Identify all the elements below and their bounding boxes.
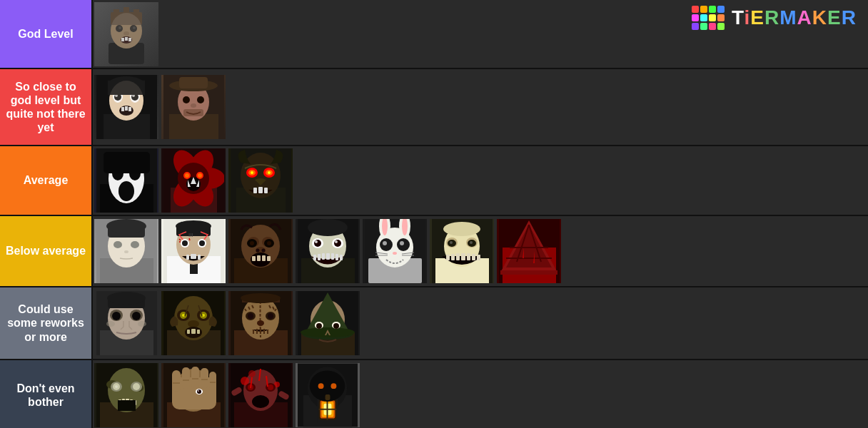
svg-point-79	[268, 171, 271, 174]
list-item[interactable]	[94, 2, 158, 66]
svg-point-211	[202, 314, 205, 317]
svg-point-172	[450, 241, 453, 244]
character-portrait	[298, 291, 358, 355]
character-portrait	[98, 4, 155, 64]
tier-row-bother: Don't even bother	[0, 360, 868, 428]
list-item[interactable]	[161, 363, 226, 427]
svg-point-118	[250, 241, 254, 245]
list-item[interactable]	[296, 363, 360, 427]
character-portrait	[298, 363, 358, 427]
list-item[interactable]	[228, 363, 293, 427]
tier-label-text: Below average	[6, 244, 86, 258]
svg-point-64	[185, 173, 189, 178]
character-portrait	[96, 363, 157, 427]
svg-point-167	[443, 222, 480, 236]
list-item[interactable]	[94, 291, 158, 355]
svg-point-102	[199, 240, 205, 246]
list-item[interactable]	[228, 219, 293, 283]
svg-rect-139	[313, 255, 316, 260]
svg-rect-81	[258, 187, 263, 193]
svg-rect-127	[267, 256, 271, 261]
svg-point-156	[383, 241, 387, 245]
svg-rect-271	[118, 400, 136, 411]
svg-point-199	[132, 312, 141, 320]
tier-label-average: Average	[0, 146, 91, 215]
svg-rect-125	[257, 255, 261, 261]
svg-point-16	[111, 13, 142, 49]
svg-point-229	[248, 313, 253, 319]
svg-rect-216	[197, 330, 200, 334]
list-item[interactable]	[94, 75, 158, 139]
svg-point-91	[124, 250, 128, 253]
tier-row-average: Average	[0, 146, 868, 216]
list-item[interactable]	[363, 219, 427, 283]
tier-items-rework	[91, 287, 868, 359]
svg-rect-52	[104, 152, 150, 173]
list-item[interactable]	[296, 219, 360, 283]
svg-rect-145	[340, 255, 343, 260]
svg-point-173	[470, 241, 473, 244]
list-item[interactable]: III	[161, 219, 226, 283]
svg-rect-144	[335, 254, 338, 260]
svg-point-259	[133, 383, 140, 390]
list-item[interactable]	[228, 148, 293, 213]
svg-rect-80	[253, 188, 257, 193]
svg-rect-43	[183, 109, 203, 116]
tier-label-close: So close to god level but quite not ther…	[0, 69, 91, 145]
logo-text: TiERMAKER	[732, 6, 857, 29]
list-item[interactable]	[296, 291, 360, 355]
svg-point-249	[333, 323, 339, 329]
logo-cell	[717, 23, 725, 30]
svg-point-101	[182, 240, 188, 246]
logo-cell	[700, 23, 707, 30]
character-portrait	[231, 363, 291, 427]
character-portrait	[499, 219, 560, 283]
logo-cell	[717, 6, 725, 13]
svg-point-316	[318, 383, 324, 389]
svg-rect-178	[467, 253, 470, 260]
svg-point-297	[248, 370, 256, 377]
svg-point-301	[268, 384, 273, 390]
svg-point-157	[400, 241, 404, 245]
list-item[interactable]	[228, 291, 293, 355]
tiermaker-logo: TiERMAKER	[692, 6, 857, 30]
svg-point-132	[308, 219, 348, 236]
list-item[interactable]	[161, 75, 226, 139]
logo-cell	[700, 14, 707, 21]
svg-point-238	[241, 293, 281, 303]
svg-rect-141	[322, 253, 325, 260]
list-item[interactable]	[94, 219, 158, 283]
svg-rect-214	[187, 330, 190, 334]
svg-rect-107	[186, 255, 189, 260]
tier-label-rework: Could use some reworks or more	[0, 287, 91, 359]
svg-rect-175	[451, 254, 455, 260]
list-item[interactable]	[497, 219, 561, 283]
svg-point-317	[330, 383, 336, 389]
character-portrait	[163, 75, 224, 139]
svg-point-289	[197, 389, 201, 394]
list-item[interactable]	[94, 148, 158, 213]
svg-rect-279	[182, 367, 190, 389]
list-item[interactable]	[94, 363, 158, 427]
character-portrait	[231, 148, 291, 213]
svg-point-158	[393, 252, 397, 255]
tier-label-text: God Level	[18, 27, 73, 41]
svg-point-210	[182, 314, 185, 317]
svg-point-231	[257, 320, 264, 326]
list-item[interactable]	[430, 219, 494, 283]
svg-point-136	[334, 240, 341, 247]
character-portrait	[96, 291, 157, 355]
tier-label-god: God Level	[0, 0, 91, 68]
svg-point-230	[268, 313, 273, 319]
svg-line-105	[189, 238, 190, 240]
list-item[interactable]	[161, 148, 226, 213]
character-portrait	[163, 148, 224, 213]
svg-point-42	[191, 103, 196, 108]
svg-point-90	[131, 241, 139, 248]
list-item[interactable]	[161, 291, 226, 355]
svg-point-198	[112, 312, 121, 320]
logo-cell	[709, 14, 716, 21]
svg-rect-281	[201, 368, 208, 388]
tier-label-text: Could use some reworks or more	[4, 302, 87, 344]
svg-rect-278	[172, 370, 181, 392]
